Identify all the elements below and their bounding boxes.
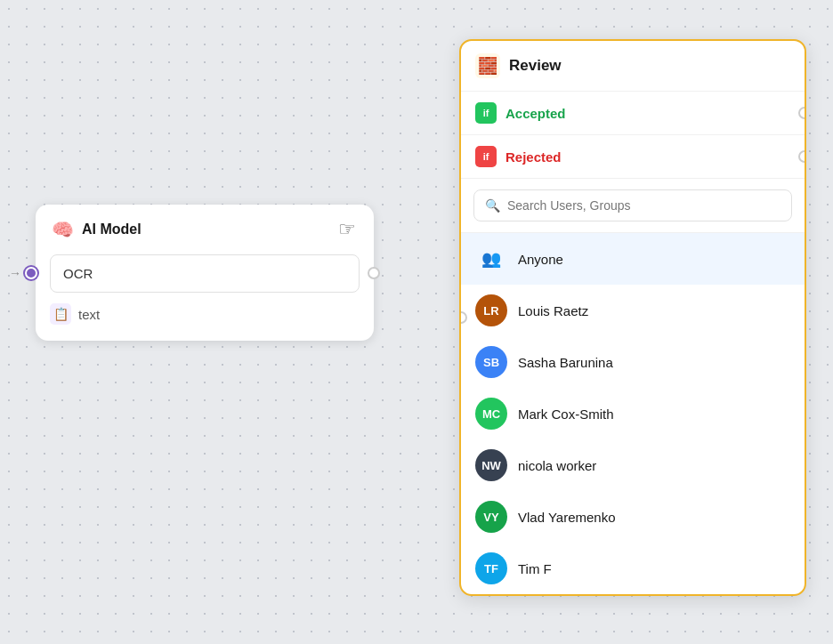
search-icon: 🔍 [485,198,500,213]
condition-accepted-label: Accepted [505,106,566,121]
ocr-value[interactable]: OCR [50,254,360,293]
anyone-name: Anyone [518,252,563,267]
condition-accepted[interactable]: if Accepted [461,92,805,135]
user-item-lr[interactable]: LR Louis Raetz [461,285,805,336]
if-badge-rejected: if [475,146,497,167]
review-icon: 🧱 [475,53,500,78]
ai-model-title: AI Model [82,221,331,237]
review-header: 🧱 Review [461,41,805,92]
user-name-nw: nicola worker [518,458,596,473]
user-item-nw[interactable]: NW nicola worker [461,439,805,491]
search-container: 🔍 [461,179,805,233]
user-list: 👥 Anyone LR Louis Raetz SB Sasha Barunin… [461,233,805,594]
avatar-vy: VY [475,501,507,533]
search-input[interactable] [507,198,780,213]
anyone-icon: 👥 [475,243,507,275]
user-item-tf[interactable]: TF Tim F [461,543,805,594]
user-item-sb[interactable]: SB Sasha Barunina [461,336,805,388]
text-tag-label: text [78,307,100,322]
connector-dot [25,267,37,279]
node-input-connector: → [9,266,37,280]
text-tag: 📋 text [50,303,360,325]
accepted-output-connector[interactable] [798,107,806,119]
node-output-connector[interactable] [368,267,380,279]
condition-rejected[interactable]: if Rejected [461,135,805,179]
user-name-mc: Mark Cox-Smith [518,407,614,422]
user-item-vy[interactable]: VY Vlad Yaremenko [461,491,805,543]
text-tag-icon: 📋 [50,303,71,325]
if-badge-accepted: if [475,102,497,124]
review-title: Review [509,57,562,75]
user-item-anyone[interactable]: 👥 Anyone [461,233,805,285]
user-name-lr: Louis Raetz [518,303,588,318]
avatar-tf: TF [475,552,507,584]
avatar-sb: SB [475,346,507,378]
search-box[interactable]: 🔍 [473,189,792,221]
avatar-nw: NW [475,449,507,481]
rejected-output-connector[interactable] [798,150,806,163]
ai-model-icon: 🧠 [50,217,75,242]
avatar-lr: LR [475,294,507,326]
arrow-icon: → [9,266,21,280]
ai-model-node: → 🧠 AI Model ☞ OCR 📋 text [36,205,374,341]
hand-cursor-icon: ☞ [338,218,356,241]
condition-rejected-label: Rejected [505,149,562,165]
node-header: 🧠 AI Model ☞ [50,217,360,242]
avatar-mc: MC [475,398,507,430]
user-name-tf: Tim F [518,561,552,576]
review-panel: 🧱 Review if Accepted if Rejected 🔍 👥 Any… [459,39,806,596]
user-name-vy: Vlad Yaremenko [518,510,616,525]
user-name-sb: Sasha Barunina [518,355,613,370]
user-item-mc[interactable]: MC Mark Cox-Smith [461,388,805,439]
